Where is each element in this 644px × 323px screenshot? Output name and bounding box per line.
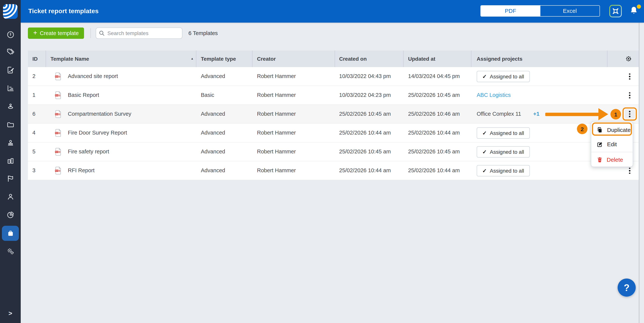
column-header-updated[interactable]: Updated at bbox=[408, 50, 436, 67]
pdf-file-icon: PDF bbox=[55, 129, 62, 138]
kebab-highlight-box bbox=[622, 108, 637, 120]
assigned-to-all-button[interactable]: ✓ Assigned to all bbox=[477, 71, 530, 82]
pdf-toggle-button[interactable]: PDF bbox=[481, 6, 540, 16]
notifications-button[interactable] bbox=[628, 5, 640, 17]
gear-icon bbox=[625, 55, 632, 62]
cell-created: 10/03/2022 04:23 pm bbox=[339, 86, 391, 104]
assigned-to-all-button[interactable]: ✓ Assigned to all bbox=[477, 165, 530, 176]
menu-item-edit-label: Edit bbox=[607, 141, 617, 147]
column-header-id[interactable]: ID bbox=[32, 50, 38, 67]
svg-text:PDF: PDF bbox=[55, 113, 58, 115]
document-edit-icon bbox=[6, 66, 14, 74]
buildings-icon bbox=[6, 157, 14, 165]
cell-updated: 14/03/2024 04:45 pm bbox=[408, 67, 460, 86]
notification-badge bbox=[637, 4, 641, 9]
cell-template-name: RFI Report bbox=[68, 161, 94, 180]
cell-id: 5 bbox=[32, 142, 36, 161]
assigned-label: Assigned to all bbox=[490, 149, 524, 155]
row-actions-kebab-button[interactable] bbox=[625, 72, 634, 81]
column-divider bbox=[471, 50, 472, 67]
cell-template-name: Advanced site report bbox=[68, 67, 118, 86]
menu-item-duplicate[interactable]: Duplicate bbox=[591, 123, 633, 137]
table-row[interactable]: 5 PDF Fire safety report Advanced Robert… bbox=[28, 142, 639, 161]
menu-item-edit[interactable]: Edit bbox=[591, 137, 633, 151]
row-actions-kebab-button[interactable] bbox=[625, 166, 634, 175]
templates-count: 6 Templates bbox=[188, 28, 218, 39]
table-row[interactable]: 4 PDF Fire Door Survey Report Advanced R… bbox=[28, 124, 639, 142]
cell-assigned-project: Office Complex 11 bbox=[477, 105, 521, 123]
sidebar-item-tags[interactable] bbox=[3, 44, 18, 60]
sidebar-item-company[interactable] bbox=[3, 154, 18, 168]
sidebar-item-templates[interactable] bbox=[3, 226, 18, 241]
trash-icon bbox=[596, 156, 603, 163]
table-header: ID Template Name ▲ Template type Creator… bbox=[28, 50, 639, 67]
sidebar-item-approvals[interactable] bbox=[3, 135, 18, 150]
export-format-toggle: PDF Excel bbox=[480, 5, 600, 16]
sidebar-item-analytics[interactable] bbox=[3, 81, 18, 96]
assigned-to-all-button[interactable]: ✓ Assigned to all bbox=[477, 146, 530, 158]
marketplace-app-button[interactable] bbox=[609, 5, 622, 17]
cell-type: Advanced bbox=[201, 142, 225, 161]
column-divider bbox=[607, 50, 608, 67]
cell-id: 4 bbox=[32, 124, 36, 142]
pdf-file-icon: PDF bbox=[55, 148, 62, 157]
pdf-file-icon: PDF bbox=[55, 110, 62, 120]
table-settings-button[interactable] bbox=[625, 55, 632, 62]
sidebar-item-flags[interactable] bbox=[3, 171, 18, 186]
assigned-label: Assigned to all bbox=[490, 74, 524, 80]
column-header-created[interactable]: Created on bbox=[339, 50, 367, 67]
edit-icon bbox=[596, 141, 603, 148]
sidebar-item-site-map[interactable] bbox=[3, 99, 18, 114]
svg-text:PDF: PDF bbox=[55, 151, 58, 153]
excel-toggle-button[interactable]: Excel bbox=[540, 6, 600, 16]
plus-icon: + bbox=[33, 30, 37, 36]
sidebar-item-statistics[interactable] bbox=[3, 207, 18, 222]
person-pin-icon bbox=[6, 102, 14, 110]
sidebar-item-users[interactable] bbox=[3, 189, 18, 204]
cell-id: 2 bbox=[32, 67, 36, 86]
annotation-step-2: 2 bbox=[577, 124, 588, 134]
row-actions-kebab-button[interactable] bbox=[625, 91, 634, 100]
gears-icon bbox=[6, 247, 14, 256]
pdf-file-icon: PDF bbox=[55, 72, 62, 82]
sidebar-item-settings[interactable] bbox=[3, 244, 18, 259]
help-button[interactable]: ? bbox=[618, 278, 636, 296]
assigned-to-all-button[interactable]: ✓ Assigned to all bbox=[477, 128, 530, 139]
app-logo[interactable] bbox=[3, 4, 18, 19]
cell-creator: Robert Hammer bbox=[257, 142, 296, 161]
cell-updated: 25/02/2026 10:44 am bbox=[408, 161, 460, 180]
page-title: Ticket report templates bbox=[28, 0, 99, 22]
menu-item-delete[interactable]: Delete bbox=[591, 153, 633, 166]
column-header-name[interactable]: Template Name bbox=[50, 50, 89, 67]
sidebar-collapse-button[interactable]: > bbox=[3, 306, 18, 321]
sidebar-item-forms[interactable] bbox=[3, 62, 18, 78]
sidebar-item-documents[interactable] bbox=[3, 117, 18, 132]
sidebar-nav: > bbox=[0, 0, 21, 323]
pie-chart-icon bbox=[6, 211, 14, 219]
table-row[interactable]: 1 PDF Basic Report Basic Robert Hammer 1… bbox=[28, 86, 639, 105]
header-bar: Ticket report templates PDF Excel bbox=[21, 0, 644, 22]
cell-id: 1 bbox=[32, 86, 36, 104]
cell-created: 25/02/2026 10:45 am bbox=[339, 105, 391, 123]
create-template-button[interactable]: + Create template bbox=[28, 28, 84, 39]
assigned-label: Assigned to all bbox=[490, 168, 524, 174]
sidebar-item-dashboard[interactable] bbox=[3, 27, 18, 42]
row-actions-kebab-button-active[interactable] bbox=[624, 109, 635, 119]
table-row[interactable]: 3 PDF RFI Report Advanced Robert Hammer … bbox=[28, 161, 639, 180]
assigned-more-badge[interactable]: +1 bbox=[533, 105, 540, 123]
row-context-menu: Duplicate Edit Delete bbox=[591, 121, 633, 167]
cell-creator: Robert Hammer bbox=[257, 67, 296, 86]
column-header-type[interactable]: Template type bbox=[201, 50, 236, 67]
cell-created: 25/02/2026 10:45 am bbox=[339, 142, 391, 161]
column-header-creator[interactable]: Creator bbox=[257, 50, 276, 67]
check-icon: ✓ bbox=[482, 130, 487, 136]
cell-type: Advanced bbox=[201, 105, 225, 123]
assigned-project-link[interactable]: ABC Logistics bbox=[477, 86, 511, 104]
column-divider bbox=[46, 50, 46, 67]
cell-updated: 25/02/2026 10:46 am bbox=[408, 105, 460, 123]
svg-text:PDF: PDF bbox=[55, 132, 58, 134]
column-header-assigned[interactable]: Assigned projects bbox=[477, 50, 522, 67]
toolbar-divider bbox=[90, 28, 91, 38]
table-row[interactable]: 2 PDF Advanced site report Advanced Robe… bbox=[28, 67, 639, 86]
search-input[interactable] bbox=[96, 28, 182, 39]
